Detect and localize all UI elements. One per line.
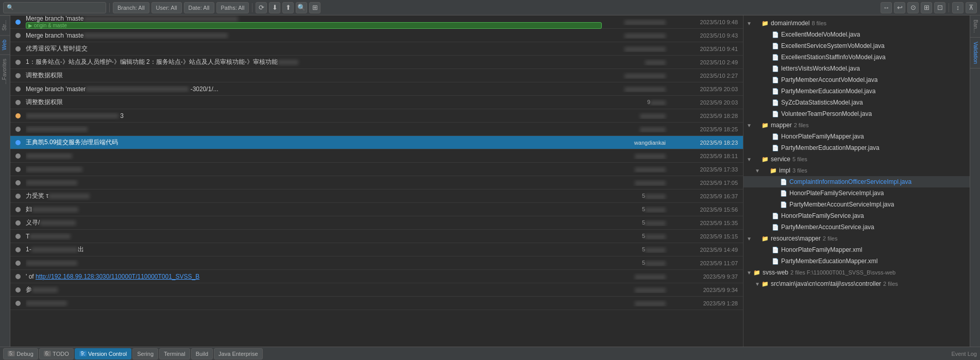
tree-folder-svss-web[interactable]: ▼ 📁 svss-web 2 files F:\110000T001_SVSS_…	[744, 267, 970, 278]
folder-label: domain\model	[771, 20, 809, 27]
tree-folder-mapper[interactable]: ▼ 📁 mapper 2 files	[744, 119, 970, 131]
commit-link[interactable]: http://192.168.99.128:3030/110000T/11000…	[36, 273, 199, 280]
left-tab-structure[interactable]: Str...	[0, 15, 10, 35]
log-row[interactable]: 妇 5 2023/5/9 15:56	[10, 203, 743, 216]
tree-file[interactable]: 📄 PartyMemberAccountServiceImpl.java	[744, 199, 970, 210]
search-log-button[interactable]: 🔍	[296, 2, 307, 13]
date-filter[interactable]: Date: All	[184, 2, 214, 13]
log-row[interactable]: Merge branch 'maste ▶ origin & maste 202…	[10, 15, 743, 29]
commit-date: 2023/5/9 20:03	[671, 86, 743, 92]
tree-file[interactable]: 📄 HonorPlateFamilyServiceImpl.java	[744, 187, 970, 199]
commit-date: 2023/5/10 2:27	[671, 73, 743, 79]
tab-build[interactable]: Build	[191, 348, 213, 359]
log-row-selected[interactable]: 王典凯5.09提交服务治理后端代码 wangdiankai 2023/5/9 1…	[10, 136, 743, 149]
tab-terminal[interactable]: Terminal	[159, 348, 190, 359]
branch-filter[interactable]: Branch: All	[113, 2, 149, 13]
tree-file-highlighted[interactable]: 📄 ComplaintInformationOfficerServiceImpl…	[744, 176, 970, 187]
tree-file[interactable]: 📄 PartyMemberEducationMapper.java	[744, 142, 970, 153]
tree-file[interactable]: 📄 VolunteerTeamPersonModel.java	[744, 108, 970, 119]
settings-button[interactable]: ⊞	[309, 2, 320, 13]
graph-dot	[10, 190, 26, 202]
left-tab-web[interactable]: Web	[0, 35, 10, 54]
log-row[interactable]: 调整数据权限 2023/5/10 2:27	[10, 69, 743, 82]
tree-file[interactable]: 📄 HonorPlateFamilyMapper.java	[744, 131, 970, 142]
graph-dot	[10, 42, 26, 55]
tree-file[interactable]: 📄 HonorPlateFamilyService.java	[744, 210, 970, 221]
log-row[interactable]: 5 2023/5/9 11:07	[10, 256, 743, 270]
tree-folder-domain-model[interactable]: ▼ 📁 domain\model 8 files	[744, 18, 970, 29]
log-row[interactable]: Merge branch 'master -3020/1/... 2023/5/…	[10, 82, 743, 96]
log-row[interactable]: T 5 2023/5/9 15:15	[10, 230, 743, 243]
log-row[interactable]: 3 2023/5/9 18:28	[10, 109, 743, 123]
pull-button[interactable]: ⬇	[269, 2, 280, 13]
log-row[interactable]: Merge branch 'maste 2023/5/10 9:43	[10, 29, 743, 42]
log-row[interactable]: 1-出 5 2023/5/9 14:49	[10, 243, 743, 256]
tab-version-control[interactable]: 9: Version Control	[75, 348, 132, 359]
log-row[interactable]: 2023/5/9 17:33	[10, 163, 743, 176]
tree-file[interactable]: 📄 ExcellentStationStaffInfoVoModel.java	[744, 52, 970, 63]
tree-folder-impl[interactable]: ▼ 📁 impl 3 files	[744, 165, 970, 176]
commit-author	[609, 32, 671, 38]
log-row[interactable]: 2023/5/9 17:05	[10, 176, 743, 190]
tree-folder-service[interactable]: ▼ 📁 service 5 files	[744, 153, 970, 165]
user-filter[interactable]: User: All	[151, 2, 182, 13]
log-row[interactable]: 2023/5/9 1:28	[10, 297, 743, 310]
file-label: VolunteerTeamPersonModel.java	[781, 110, 872, 117]
right-icon6[interactable]: ↕	[952, 2, 964, 13]
log-row[interactable]: 力受奖 τ 5 2023/5/9 16:37	[10, 190, 743, 203]
commit-author	[609, 179, 671, 185]
paths-filter[interactable]: Paths: All	[216, 2, 249, 13]
log-row[interactable]: 调整数据权限 9 2023/5/9 20:03	[10, 96, 743, 109]
file-count: 3 files	[792, 167, 807, 174]
log-row[interactable]: 义寻/ 5 2023/5/9 15:35	[10, 216, 743, 230]
log-row[interactable]: ' of http://192.168.99.128:3030/110000T/…	[10, 270, 743, 283]
right-tab-ban[interactable]: Ban...	[970, 15, 980, 38]
expand-icon: ▼	[755, 281, 761, 287]
refresh-button[interactable]: ⟳	[256, 2, 267, 13]
right-icon2[interactable]: ↩	[894, 2, 905, 13]
commit-author	[609, 19, 671, 25]
left-tab-favorites[interactable]: ...Favorites	[0, 54, 10, 88]
log-table[interactable]: Merge branch 'maste ▶ origin & maste 202…	[10, 15, 743, 347]
log-row[interactable]: 参 2023/5/9 9:34	[10, 283, 743, 297]
search-input[interactable]: 🔍	[3, 2, 106, 13]
tree-file[interactable]: 📄 PartyMemberAccountService.java	[744, 221, 970, 233]
tab-todo[interactable]: 6: TODO	[39, 348, 74, 359]
right-icon4[interactable]: ⊞	[921, 2, 932, 13]
tab-sering[interactable]: Sering	[132, 348, 158, 359]
log-row[interactable]: 2023/5/9 18:11	[10, 149, 743, 163]
tree-file[interactable]: 📄 SyZcDataStatisticsModel.java	[744, 97, 970, 108]
tab-java-enterprise[interactable]: Java Enterprise	[214, 348, 262, 359]
log-row[interactable]: 2023/5/9 18:25	[10, 123, 743, 136]
tree-file[interactable]: 📄 PartyMemberEducationModel.java	[744, 85, 970, 97]
tree-file[interactable]: 📄 PartyMemberEducationMapper.xml	[744, 255, 970, 267]
log-row[interactable]: 1：服务站点-》站点及人员维护-》编辑功能 2：服务站点-》站点及人员审核功能-…	[10, 56, 743, 69]
right-icon5[interactable]: ⊡	[934, 2, 945, 13]
tree-file[interactable]: 📄 PartyMemberAccountVoModel.java	[744, 74, 970, 85]
log-row[interactable]: 优秀退役军人暂时提交 2023/5/10 9:41	[10, 42, 743, 56]
tab-label: TODO	[53, 351, 69, 357]
push-button[interactable]: ⬆	[282, 2, 294, 13]
java-file-icon: 📄	[771, 110, 780, 118]
right-icon3[interactable]: ⊙	[907, 2, 919, 13]
tree-file[interactable]: 📄 HonorPlateFamilyMapper.xml	[744, 244, 970, 255]
tree-file[interactable]: 📄 ExcellentModelVoModel.java	[744, 29, 970, 40]
tree-file[interactable]: 📄 ExcellentServiceSystemVoModel.java	[744, 40, 970, 52]
file-label: HonorPlateFamilyServiceImpl.java	[789, 190, 884, 197]
tree-folder-controller[interactable]: ▼ 📁 src\main\java\cn\com\taiji\svss\cont…	[744, 278, 970, 289]
java-file-icon: 📄	[771, 64, 780, 73]
tree-file[interactable]: 📄 lettersVisitsWorksModel.java	[744, 63, 970, 74]
commit-message: 妇	[26, 205, 609, 214]
right-tab-validation[interactable]: Validation	[970, 38, 980, 68]
file-tree: ▼ 📁 domain\model 8 files 📄 ExcellentMode…	[744, 15, 970, 347]
graph-dot	[10, 56, 26, 68]
commit-date: 2023/5/9 15:56	[671, 207, 743, 213]
commit-message: 1：服务站点-》站点及人员维护-》编辑功能 2：服务站点-》站点及人员审核功能-…	[26, 58, 609, 66]
right-icon7[interactable]: ⊼	[966, 2, 977, 13]
commit-author: 5	[609, 219, 671, 226]
right-icon1[interactable]: ↔	[881, 2, 892, 13]
commit-message: 义寻/	[26, 218, 609, 227]
expand-icon: ▼	[747, 270, 753, 276]
tab-debug[interactable]: 5: Debug	[3, 348, 38, 359]
tree-folder-resources-mapper[interactable]: ▼ 📁 resources\mapper 2 files	[744, 233, 970, 244]
